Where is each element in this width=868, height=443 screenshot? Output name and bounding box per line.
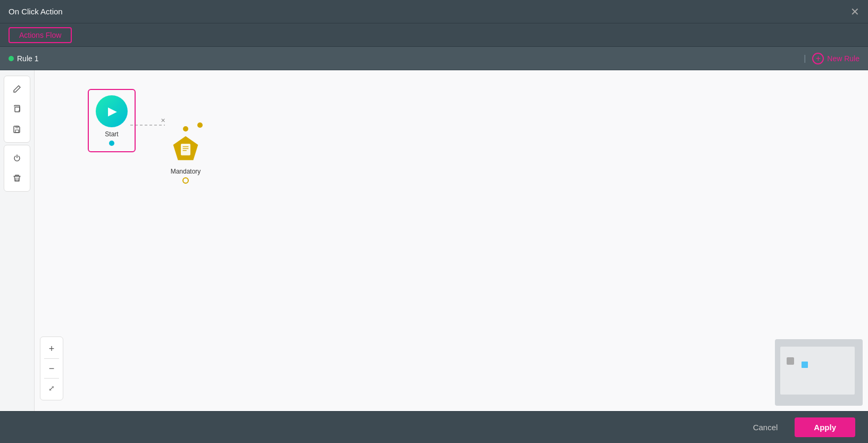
zoom-in-icon: + xyxy=(49,343,55,355)
zoom-out-icon: − xyxy=(49,363,55,374)
dialog-title: On Click Action xyxy=(9,7,63,16)
svg-rect-1 xyxy=(15,130,19,133)
bottom-bar: Cancel Apply xyxy=(0,411,868,443)
minimap-mandatory xyxy=(802,362,808,368)
left-toolbar xyxy=(0,70,35,411)
start-output-dot xyxy=(109,141,114,146)
start-circle: ▶ xyxy=(96,95,128,127)
minimap-inner xyxy=(780,347,855,395)
zoom-in-button[interactable]: + xyxy=(42,339,61,358)
delete-button[interactable] xyxy=(7,169,27,188)
rule-name: Rule 1 xyxy=(17,54,38,63)
apply-button[interactable]: Apply xyxy=(795,417,855,437)
power-button[interactable] xyxy=(7,149,27,168)
rule-bar: Rule 1 | + New Rule xyxy=(0,47,868,70)
svg-rect-7 xyxy=(181,144,190,155)
actions-flow-tab[interactable]: Actions Flow xyxy=(9,27,72,43)
connection-svg: ✕ xyxy=(35,70,868,411)
start-node[interactable]: ▶ Start xyxy=(88,89,136,152)
toolbar-group-top xyxy=(4,76,30,143)
flow-canvas[interactable]: ✕ ▶ Start xyxy=(35,70,868,411)
minimap xyxy=(775,339,863,406)
rule-active-dot xyxy=(9,56,14,61)
rule-bar-right: | + New Rule xyxy=(804,53,859,64)
zoom-controls: + − ⤢ xyxy=(40,337,63,400)
minimap-start xyxy=(787,357,794,365)
fit-icon: ⤢ xyxy=(48,384,55,392)
canvas-wrapper: ✕ ▶ Start xyxy=(0,70,868,411)
zoom-out-button[interactable]: − xyxy=(42,359,61,378)
fit-button[interactable]: ⤢ xyxy=(42,379,61,398)
mandatory-node[interactable]: Mandatory xyxy=(170,126,201,184)
svg-text:✕: ✕ xyxy=(161,117,165,124)
mandatory-input-dot xyxy=(183,126,188,132)
start-node-label: Start xyxy=(105,130,118,138)
toolbar-group-bottom xyxy=(4,145,30,192)
mandatory-node-label: Mandatory xyxy=(171,168,201,175)
mandatory-output-dot xyxy=(182,177,189,184)
new-rule-label: New Rule xyxy=(827,54,859,63)
play-icon: ▶ xyxy=(108,104,117,118)
edit-button[interactable] xyxy=(7,79,27,99)
mandatory-pentagon-svg xyxy=(171,135,200,163)
title-bar: On Click Action ✕ xyxy=(0,0,868,23)
plus-circle-icon: + xyxy=(812,53,824,64)
cancel-button[interactable]: Cancel xyxy=(742,419,789,436)
separator-icon: | xyxy=(804,54,806,63)
copy-button[interactable] xyxy=(7,100,27,119)
rule-tab[interactable]: Rule 1 xyxy=(9,54,38,63)
svg-rect-2 xyxy=(16,126,18,128)
tab-bar: Actions Flow xyxy=(0,23,868,47)
close-button[interactable]: ✕ xyxy=(850,6,859,17)
mandatory-icon xyxy=(170,134,201,165)
new-rule-button[interactable]: + New Rule xyxy=(812,53,859,64)
save-button[interactable] xyxy=(7,120,27,139)
